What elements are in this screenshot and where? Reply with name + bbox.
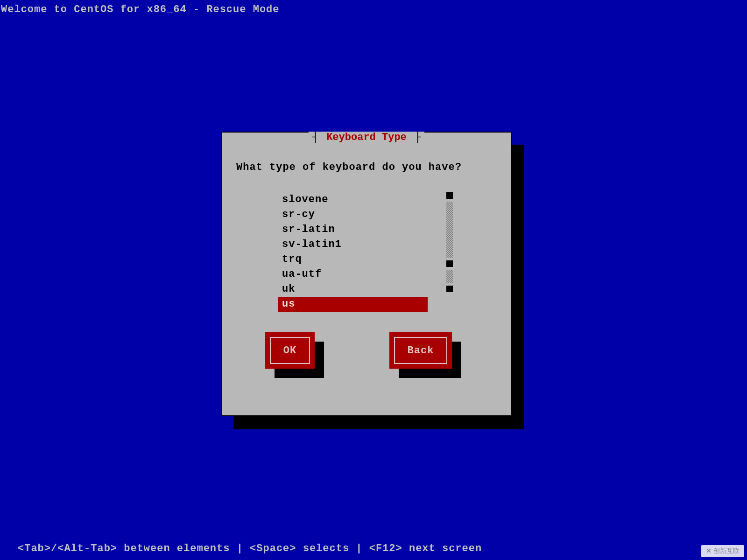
ok-button-label: OK <box>270 337 310 364</box>
list-item[interactable]: slovene <box>278 192 465 207</box>
dialog-title-decoration: ┤ Keyboard Type ├ <box>309 132 424 143</box>
scroll-thumb[interactable] <box>446 260 453 267</box>
header-title: Welcome to CentOS for x86_64 - Rescue Mo… <box>1 4 280 15</box>
list-item[interactable]: sr-latin <box>278 222 465 237</box>
scroll-track[interactable] <box>446 202 453 258</box>
dialog-prompt: What type of keyboard do you have? <box>236 161 462 173</box>
list-item[interactable]: ua-utf <box>278 267 465 282</box>
back-button-label: Back <box>394 337 447 364</box>
keyboard-type-dialog: ┤ Keyboard Type ├ What type of keyboard … <box>221 132 512 416</box>
list-item[interactable]: trq <box>278 252 465 267</box>
watermark: ✕创新互联 <box>701 545 744 557</box>
watermark-icon: ✕ <box>706 547 712 554</box>
ok-button[interactable]: OK <box>265 332 315 369</box>
list-item[interactable]: uk <box>278 282 465 297</box>
list-item[interactable]: sr-cy <box>278 207 465 222</box>
list-item-selected[interactable]: us <box>278 297 428 312</box>
footer-hints: <Tab>/<Alt-Tab> between elements | <Spac… <box>18 543 482 554</box>
scroll-track[interactable] <box>446 270 453 283</box>
dialog-title-wrap: ┤ Keyboard Type ├ <box>222 132 511 143</box>
list-item[interactable]: sv-latin1 <box>278 237 465 252</box>
scroll-up-icon[interactable] <box>446 192 453 199</box>
scrollbar[interactable] <box>446 192 454 292</box>
watermark-text: 创新互联 <box>713 547 740 554</box>
back-button[interactable]: Back <box>389 332 452 369</box>
dialog-title: Keyboard Type <box>324 132 409 143</box>
keyboard-list[interactable]: slovene sr-cy sr-latin sv-latin1 trq ua-… <box>278 192 465 312</box>
scroll-down-icon[interactable] <box>446 286 453 292</box>
